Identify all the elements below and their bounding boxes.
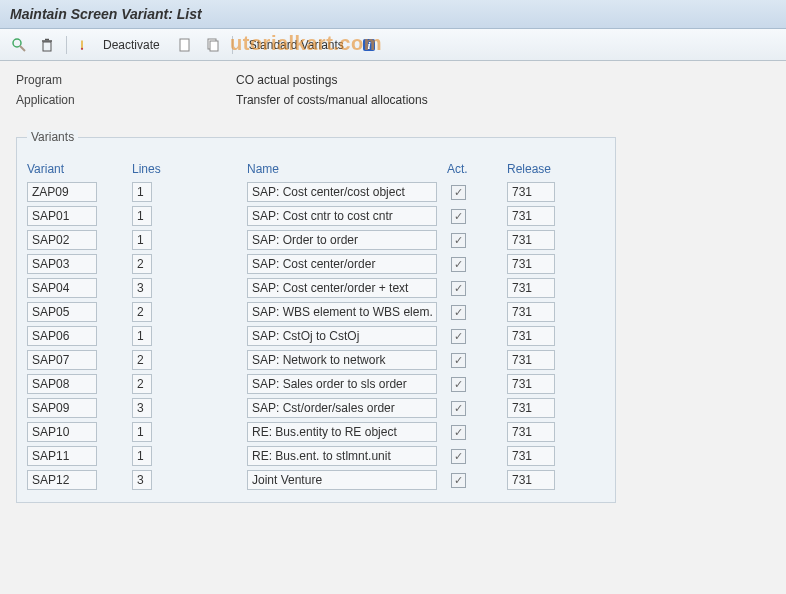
variant-field[interactable]	[27, 182, 97, 202]
variant-field[interactable]	[27, 278, 97, 298]
table-row[interactable]: ✓	[27, 276, 605, 300]
active-checkbox[interactable]: ✓	[451, 281, 466, 296]
lines-field[interactable]	[132, 302, 152, 322]
release-field[interactable]	[507, 254, 555, 274]
copy-icon[interactable]	[202, 34, 224, 56]
active-checkbox[interactable]: ✓	[451, 329, 466, 344]
name-field[interactable]	[247, 446, 437, 466]
info-icon[interactable]: i	[358, 34, 380, 56]
variant-field[interactable]	[27, 350, 97, 370]
lines-field[interactable]	[132, 206, 152, 226]
variant-field[interactable]	[27, 326, 97, 346]
active-checkbox[interactable]: ✓	[451, 425, 466, 440]
active-checkbox[interactable]: ✓	[451, 449, 466, 464]
table-row[interactable]: ✓	[27, 372, 605, 396]
table-row[interactable]: ✓	[27, 468, 605, 492]
release-field[interactable]	[507, 182, 555, 202]
table-row[interactable]: ✓	[27, 252, 605, 276]
table-row[interactable]: ✓	[27, 228, 605, 252]
lines-field[interactable]	[132, 446, 152, 466]
lines-field[interactable]	[132, 326, 152, 346]
active-checkbox[interactable]: ✓	[451, 473, 466, 488]
active-checkbox[interactable]: ✓	[451, 353, 466, 368]
active-checkbox[interactable]: ✓	[451, 257, 466, 272]
table-row[interactable]: ✓	[27, 180, 605, 204]
display-icon[interactable]	[8, 34, 30, 56]
variant-field[interactable]	[27, 254, 97, 274]
variant-field[interactable]	[27, 398, 97, 418]
name-field[interactable]	[247, 302, 437, 322]
lines-field[interactable]	[132, 422, 152, 442]
lines-field[interactable]	[132, 470, 152, 490]
active-checkbox[interactable]: ✓	[451, 209, 466, 224]
variant-field[interactable]	[27, 302, 97, 322]
release-field[interactable]	[507, 374, 555, 394]
standard-variants-button[interactable]: Standard Variants	[241, 35, 352, 55]
name-field[interactable]	[247, 326, 437, 346]
info-block: Program CO actual postings Application T…	[0, 61, 786, 125]
release-field[interactable]	[507, 350, 555, 370]
separator	[232, 36, 233, 54]
active-checkbox[interactable]: ✓	[451, 305, 466, 320]
name-field[interactable]	[247, 470, 437, 490]
release-field[interactable]	[507, 470, 555, 490]
svg-point-0	[13, 39, 21, 47]
name-field[interactable]	[247, 350, 437, 370]
name-field[interactable]	[247, 398, 437, 418]
header-release: Release	[507, 162, 587, 176]
active-checkbox[interactable]: ✓	[451, 377, 466, 392]
svg-point-6	[81, 47, 83, 49]
table-row[interactable]: ✓	[27, 300, 605, 324]
name-field[interactable]	[247, 254, 437, 274]
variant-field[interactable]	[27, 230, 97, 250]
svg-rect-7	[180, 39, 189, 51]
header-act: Act.	[447, 162, 507, 176]
release-field[interactable]	[507, 422, 555, 442]
lines-field[interactable]	[132, 182, 152, 202]
name-field[interactable]	[247, 230, 437, 250]
release-field[interactable]	[507, 398, 555, 418]
header-lines: Lines	[132, 162, 247, 176]
name-field[interactable]	[247, 182, 437, 202]
variant-field[interactable]	[27, 470, 97, 490]
table-row[interactable]: ✓	[27, 348, 605, 372]
variant-field[interactable]	[27, 206, 97, 226]
table-row[interactable]: ✓	[27, 396, 605, 420]
lines-field[interactable]	[132, 398, 152, 418]
name-field[interactable]	[247, 278, 437, 298]
variants-group-title: Variants	[27, 130, 78, 144]
table-row[interactable]: ✓	[27, 444, 605, 468]
release-field[interactable]	[507, 206, 555, 226]
page-title: Maintain Screen Variant: List	[0, 0, 786, 29]
table-row[interactable]: ✓	[27, 204, 605, 228]
lines-field[interactable]	[132, 374, 152, 394]
lines-field[interactable]	[132, 350, 152, 370]
variant-field[interactable]	[27, 422, 97, 442]
active-checkbox[interactable]: ✓	[451, 185, 466, 200]
release-field[interactable]	[507, 302, 555, 322]
active-checkbox[interactable]: ✓	[451, 401, 466, 416]
deactivate-button[interactable]: Deactivate	[95, 35, 168, 55]
grid-header: Variant Lines Name Act. Release	[27, 158, 605, 180]
name-field[interactable]	[247, 422, 437, 442]
name-field[interactable]	[247, 374, 437, 394]
separator	[66, 36, 67, 54]
application-value: Transfer of costs/manual allocations	[236, 93, 428, 107]
release-field[interactable]	[507, 446, 555, 466]
variant-field[interactable]	[27, 446, 97, 466]
release-field[interactable]	[507, 230, 555, 250]
variant-field[interactable]	[27, 374, 97, 394]
table-row[interactable]: ✓	[27, 420, 605, 444]
header-name: Name	[247, 162, 447, 176]
release-field[interactable]	[507, 326, 555, 346]
marker-icon[interactable]	[75, 34, 89, 56]
active-checkbox[interactable]: ✓	[451, 233, 466, 248]
create-icon[interactable]	[174, 34, 196, 56]
delete-icon[interactable]	[36, 34, 58, 56]
table-row[interactable]: ✓	[27, 324, 605, 348]
name-field[interactable]	[247, 206, 437, 226]
lines-field[interactable]	[132, 278, 152, 298]
lines-field[interactable]	[132, 230, 152, 250]
release-field[interactable]	[507, 278, 555, 298]
lines-field[interactable]	[132, 254, 152, 274]
